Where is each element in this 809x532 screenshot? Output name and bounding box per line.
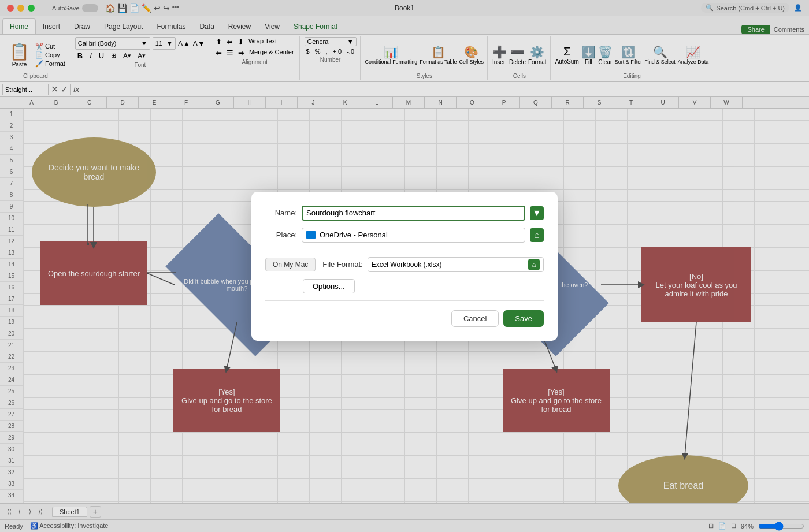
options-row: Options... — [265, 279, 544, 293]
name-dropdown-button[interactable]: ▼ — [530, 206, 544, 220]
place-label: Place: — [265, 230, 297, 239]
place-selector[interactable]: OneDrive - Personal — [302, 228, 525, 243]
cancel-button[interactable]: Cancel — [451, 310, 499, 327]
name-label: Name: — [265, 209, 297, 217]
file-format-arrow: ⌂ — [528, 259, 540, 270]
name-input[interactable] — [302, 206, 525, 221]
file-format-selector[interactable]: Excel Workbook (.xlsx) ⌂ — [368, 257, 544, 272]
dialog-divider2 — [265, 300, 544, 301]
file-format-label: File Format: — [322, 260, 362, 269]
place-dropdown-button[interactable]: ⌂ — [530, 228, 544, 242]
file-section: On My Mac File Format: Excel Workbook (.… — [265, 257, 544, 272]
dialog-buttons: Cancel Save — [265, 310, 544, 327]
dialog-divider1 — [265, 250, 544, 250]
save-dialog: Name: ▼ Place: OneDrive - Personal ⌂ On … — [251, 192, 558, 341]
place-row: Place: OneDrive - Personal ⌂ — [265, 228, 544, 243]
name-row: Name: ▼ — [265, 206, 544, 221]
save-dialog-overlay: Name: ▼ Place: OneDrive - Personal ⌂ On … — [0, 0, 809, 532]
onedrive-label: OneDrive - Personal — [320, 230, 521, 239]
options-button[interactable]: Options... — [303, 279, 355, 293]
file-format-value: Excel Workbook (.xlsx) — [372, 261, 442, 269]
on-my-mac-button[interactable]: On My Mac — [265, 258, 316, 271]
file-format-row: File Format: Excel Workbook (.xlsx) ⌂ — [322, 257, 544, 272]
onedrive-icon — [306, 231, 316, 239]
save-button[interactable]: Save — [503, 310, 544, 327]
